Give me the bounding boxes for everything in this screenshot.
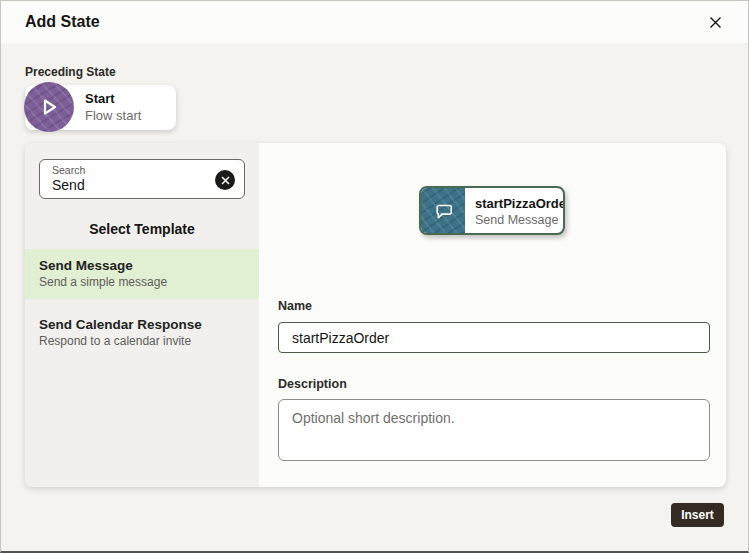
name-label: Name bbox=[278, 299, 312, 313]
description-label: Description bbox=[278, 377, 347, 391]
preceding-state-card: Start Flow start bbox=[25, 85, 176, 130]
close-icon bbox=[709, 16, 722, 29]
preview-state-type: Send Message bbox=[475, 213, 565, 227]
state-preview-card: startPizzaOrder Send Message bbox=[419, 186, 565, 235]
add-state-body: Search Select Template Send Message Send… bbox=[25, 143, 726, 487]
play-icon bbox=[38, 96, 60, 118]
template-list: Send Message Send a simple message Send … bbox=[25, 249, 259, 358]
preceding-state-title: Start bbox=[85, 91, 141, 106]
search-input[interactable] bbox=[52, 176, 206, 194]
search-label: Search bbox=[52, 164, 206, 176]
search-clear-button[interactable] bbox=[215, 170, 235, 190]
x-circle-icon bbox=[221, 176, 230, 185]
template-search-field[interactable]: Search bbox=[39, 159, 245, 199]
description-input[interactable] bbox=[278, 399, 710, 461]
start-state-avatar bbox=[24, 82, 74, 132]
template-panel: Search Select Template Send Message Send… bbox=[25, 143, 259, 487]
add-state-dialog: Add State Preceding State Start Flow sta… bbox=[0, 0, 749, 553]
dialog-title: Add State bbox=[25, 1, 100, 43]
dialog-header: Add State bbox=[1, 1, 748, 43]
name-input[interactable] bbox=[278, 322, 710, 353]
template-item-send-calendar-response[interactable]: Send Calendar Response Respond to a cale… bbox=[25, 308, 259, 358]
insert-button[interactable]: Insert bbox=[671, 503, 724, 527]
select-template-heading: Select Template bbox=[25, 221, 259, 237]
chat-bubble-icon bbox=[432, 200, 454, 222]
close-button[interactable] bbox=[704, 11, 726, 33]
template-item-send-message[interactable]: Send Message Send a simple message bbox=[25, 249, 259, 299]
state-detail-panel: startPizzaOrder Send Message Name Descri… bbox=[259, 143, 726, 487]
preceding-state-label: Preceding State bbox=[25, 65, 116, 79]
preceding-state-subtitle: Flow start bbox=[85, 108, 141, 123]
template-item-title: Send Calendar Response bbox=[39, 317, 245, 332]
template-item-subtitle: Respond to a calendar invite bbox=[39, 334, 245, 348]
template-item-title: Send Message bbox=[39, 258, 245, 273]
template-item-subtitle: Send a simple message bbox=[39, 275, 245, 289]
preview-state-name: startPizzaOrder bbox=[475, 196, 565, 211]
send-message-icon-box bbox=[421, 188, 465, 233]
